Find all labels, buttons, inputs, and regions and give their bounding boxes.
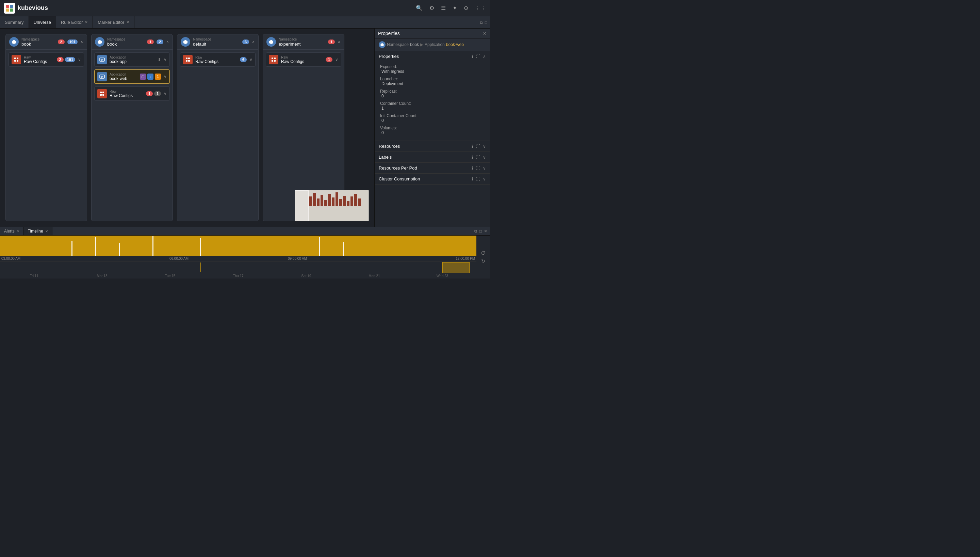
collapse-icon-rpp[interactable]: ∨ — [483, 166, 486, 171]
info-icon-lbl[interactable]: ℹ — [472, 155, 473, 160]
info-icon-cc[interactable]: ℹ — [472, 177, 473, 181]
tab-controls: ⧉ □ — [477, 16, 490, 28]
item-info-raw-2: Raw Raw Configs — [110, 90, 143, 98]
section-title-rpp: Resources Per Pod — [379, 166, 472, 171]
expand-icon-res[interactable]: ⛶ — [476, 144, 480, 149]
timeline-chart[interactable]: 03:00:00 AM 06:00:00 AM 09:00:00 AM 12:0… — [0, 236, 476, 278]
collapse-icon-lbl[interactable]: ∨ — [483, 155, 486, 160]
timeline-mini[interactable] — [0, 261, 476, 274]
props-section-properties: Properties ℹ ⛶ ∧ Exposed: With Ingress L… — [375, 51, 490, 141]
breadcrumb-ns-name: book — [410, 42, 419, 47]
bottom-tab-alerts[interactable]: Alerts ✕ — [0, 227, 24, 235]
ns-toggle-experiment[interactable]: ∧ — [337, 39, 341, 44]
sliders-icon[interactable]: ⚙ — [430, 5, 434, 11]
info-icon-res[interactable]: ℹ — [472, 144, 473, 149]
tl-label-1: 03:00:00 AM — [0, 257, 120, 261]
canvas-area: Namespace book 2 191 ∧ Raw Raw Confi — [0, 29, 374, 227]
expand-icon-lbl[interactable]: ⛶ — [476, 155, 480, 160]
raw-icon-experiment — [269, 55, 278, 64]
logo-area: kubevious — [4, 3, 48, 14]
item-raw-configs-book-2[interactable]: Raw Raw Configs 1 1 ∨ — [94, 86, 170, 101]
timeline-main — [0, 236, 476, 256]
prop-label-replicas: Replicas: — [380, 89, 485, 94]
props-section-header-resources[interactable]: Resources ℹ ⛶ ∨ — [375, 141, 490, 151]
props-section-header-rpp[interactable]: Resources Per Pod ℹ ⛶ ∨ — [375, 163, 490, 173]
timeline-tab-close[interactable]: ✕ — [45, 230, 48, 233]
github-icon[interactable]: ⊙ — [464, 5, 468, 11]
ns-body-experiment: Raw Raw Configs 1 ∨ — [263, 50, 344, 70]
search-icon[interactable]: 🔍 — [416, 5, 423, 11]
svg-rect-24 — [271, 60, 273, 62]
tab-marker-editor[interactable]: Marker Editor ✕ — [93, 16, 135, 28]
ns-toggle-book-2[interactable]: ∧ — [166, 39, 169, 44]
ns-icon-experiment — [266, 37, 276, 47]
ns-toggle-book-1[interactable]: ∧ — [80, 39, 83, 44]
item-expand-default[interactable]: ∨ — [250, 57, 253, 62]
section-icons-cc: ℹ ⛶ ∨ — [472, 177, 486, 181]
ns-icon-book-1 — [9, 37, 19, 47]
item-book-app[interactable]: Application book-app ⬇ ∨ — [94, 52, 170, 67]
ns-icon-default — [181, 37, 190, 47]
ns-body-book-2: Application book-app ⬇ ∨ Application — [91, 50, 172, 104]
bottom-restore-icon[interactable]: ⧉ — [474, 229, 477, 234]
props-section-header-labels[interactable]: Labels ℹ ⛶ ∨ — [375, 152, 490, 163]
bottom-maximize-icon[interactable]: □ — [479, 229, 482, 234]
item-expand-experiment[interactable]: ∨ — [335, 57, 338, 62]
timeline-history-icon[interactable]: ⏱ — [481, 250, 485, 256]
expand-icon-rpp[interactable]: ⛶ — [476, 166, 480, 171]
expand-icon-cc[interactable]: ⛶ — [476, 177, 480, 181]
tab-universe[interactable]: Universe — [29, 16, 56, 28]
restore-icon[interactable]: ⧉ — [480, 20, 483, 25]
item-raw-configs-book-1[interactable]: Raw Raw Configs 2 191 ∨ — [8, 52, 84, 67]
bottom-tab-timeline[interactable]: Timeline ✕ — [24, 227, 52, 235]
item-name-experiment: Raw Configs — [281, 59, 323, 64]
grid-icon[interactable]: ⋮⋮ — [475, 5, 486, 11]
item-expand-book-app[interactable]: ∨ — [164, 57, 167, 62]
props-section-header-cc[interactable]: Cluster Consumption ℹ ⛶ ∨ — [375, 174, 490, 184]
collapse-icon[interactable]: ∧ — [483, 54, 486, 59]
timeline-area: 03:00:00 AM 06:00:00 AM 09:00:00 AM 12:0… — [0, 236, 490, 278]
item-expand-book-web[interactable]: ∨ — [164, 74, 167, 79]
ns-name-2: book — [107, 42, 144, 47]
timeline-refresh-icon[interactable]: ↻ — [481, 258, 485, 264]
item-type-book-app: Application — [110, 55, 155, 59]
props-close-button[interactable]: ✕ — [483, 31, 487, 36]
breadcrumb-ns-icon — [379, 41, 386, 48]
info-icon-rpp[interactable]: ℹ — [472, 166, 473, 171]
props-section-header-properties[interactable]: Properties ℹ ⛶ ∧ — [375, 51, 490, 62]
badge-red-raw-2: 1 — [146, 91, 153, 96]
app-header: kubevious 🔍 ⚙ ☰ ✦ ⊙ ⋮⋮ — [0, 0, 490, 16]
collapse-icon-res[interactable]: ∨ — [483, 144, 486, 149]
minimap[interactable] — [295, 190, 369, 221]
item-raw-configs-experiment[interactable]: Raw Raw Configs 1 ∨ — [266, 52, 341, 67]
tab-rule-editor-close[interactable]: ✕ — [85, 20, 88, 24]
expand-icon[interactable]: ⛶ — [476, 54, 480, 59]
section-icons-resources: ℹ ⛶ ∨ — [472, 144, 486, 149]
prop-value-replicas: 0 — [380, 94, 485, 98]
properties-panel: Properties ✕ Namespace book ▶ Applicatio… — [374, 29, 490, 227]
mini-label-7: Wed 23 — [408, 274, 476, 278]
table-icon[interactable]: ☰ — [441, 5, 446, 11]
sun-icon[interactable]: ✦ — [453, 5, 457, 11]
prop-value-volumes: 0 — [380, 130, 485, 135]
tab-marker-editor-close[interactable]: ✕ — [126, 20, 129, 24]
item-raw-configs-default[interactable]: Raw Raw Configs 6 ∨ — [180, 52, 256, 67]
info-icon[interactable]: ℹ — [472, 54, 473, 59]
svg-rect-14 — [100, 94, 102, 96]
alerts-tab-close[interactable]: ✕ — [17, 230, 19, 233]
props-section-resources-per-pod: Resources Per Pod ℹ ⛶ ∨ — [375, 163, 490, 174]
tab-rule-editor[interactable]: Rule Editor ✕ — [56, 16, 93, 28]
icon-download-blue: ↓ — [147, 73, 154, 80]
badge-blue: 191 — [65, 57, 75, 62]
item-book-web[interactable]: Application book-web ⬡ ↓ 1 ∨ — [94, 70, 170, 84]
ns-name: book — [21, 42, 55, 47]
collapse-icon-cc[interactable]: ∨ — [483, 177, 486, 181]
tab-summary[interactable]: Summary — [0, 16, 29, 28]
ns-toggle-default[interactable]: ∧ — [252, 39, 255, 44]
maximize-icon[interactable]: □ — [485, 20, 487, 25]
download-icon[interactable]: ⬇ — [157, 57, 161, 62]
item-expand-raw-2[interactable]: ∨ — [164, 91, 167, 96]
svg-marker-4 — [12, 40, 16, 44]
item-expand[interactable]: ∨ — [78, 57, 81, 62]
bottom-close-icon[interactable]: ✕ — [484, 229, 487, 234]
